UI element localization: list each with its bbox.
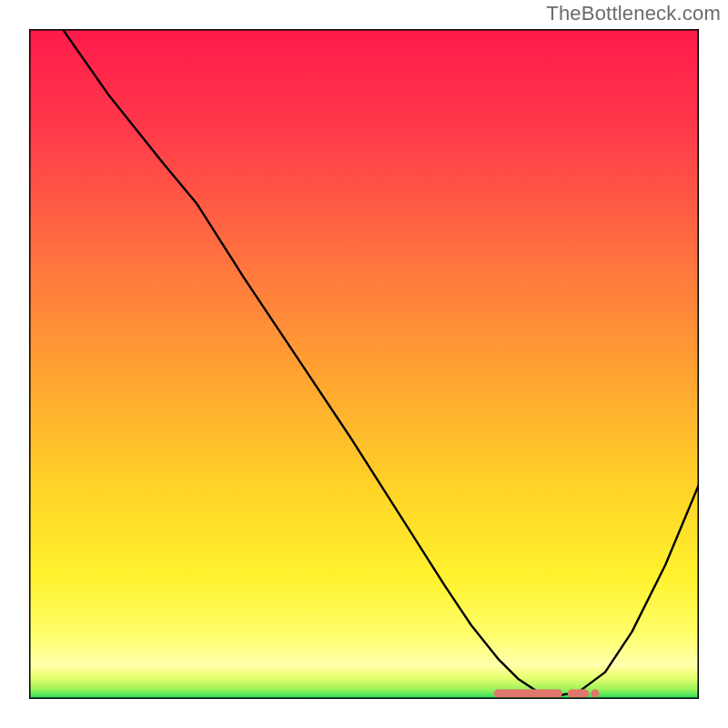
watermark-text: TheBottleneck.com: [546, 2, 721, 25]
plot-svg: [29, 29, 699, 699]
bottleneck-plot: [29, 29, 699, 699]
chart-container: TheBottleneck.com: [0, 0, 728, 728]
trough-markers: [498, 690, 599, 698]
trough-dot: [591, 690, 599, 698]
heat-gradient-rect: [29, 29, 699, 666]
